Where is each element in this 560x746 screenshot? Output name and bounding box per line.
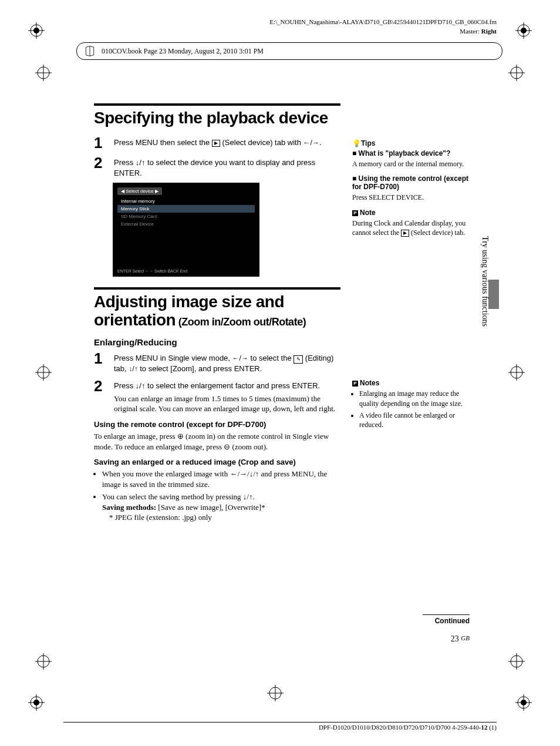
master-value: Right xyxy=(481,28,497,35)
tips-heading: 💡Tips xyxy=(352,139,470,148)
footer-rule xyxy=(63,722,497,723)
list-item: A video file cannot be enlarged or reduc… xyxy=(359,411,470,429)
step-body: Press ↓/↑ to select the device you want … xyxy=(114,155,340,178)
screenshot-row: SD Memory Card xyxy=(117,213,255,220)
screenshot-row: External Device xyxy=(117,220,255,228)
step-number: 1 xyxy=(94,135,107,150)
screenshot-row: Internal memory xyxy=(117,197,255,205)
crosshair-icon xyxy=(35,364,52,381)
screenshot-tab: ◀ Select device ▶ xyxy=(117,187,162,195)
play-icon: ▶ xyxy=(212,140,220,147)
side-column: 💡Tips What is "playback device"? A memor… xyxy=(352,103,470,525)
notes-list: Enlarging an image may reduce the qualit… xyxy=(352,389,470,429)
play-icon: ▶ xyxy=(401,230,409,237)
page-number: 23 GB xyxy=(451,634,470,644)
file-path: E:\_NOUHIN_Nagashima\-ALAYA\D710_GB\4259… xyxy=(269,18,497,26)
book-icon xyxy=(84,45,96,57)
crosshair-icon xyxy=(508,364,525,381)
screenshot-footer: ENTER Select ←→ Switch BACK End xyxy=(117,269,187,273)
tip-body: A memory card or the internal memory. xyxy=(352,159,470,169)
page-content: Try using various functions Specifying t… xyxy=(94,103,470,656)
step-item: 2 Press ↓/↑ to select the enlargement fa… xyxy=(94,378,340,414)
tip-body: Press SELECT DEVICE. xyxy=(352,193,470,202)
main-column: Specifying the playback device 1 Press M… xyxy=(94,103,340,525)
step-body: Press MENU then select the ▶ (Select dev… xyxy=(114,135,340,150)
list-item: When you move the enlarged image with ←/… xyxy=(102,469,340,489)
step-number: 2 xyxy=(94,155,107,178)
step-note: You can enlarge an image from 1.5 times … xyxy=(114,394,340,414)
notes-heading: PNotes xyxy=(352,378,470,388)
list-item: Enlarging an image may reduce the qualit… xyxy=(359,389,470,408)
remote-text: To enlarge an image, press ⊕ (zoom in) o… xyxy=(94,431,340,452)
crop-mark-icon xyxy=(515,694,532,711)
crop-mark-icon xyxy=(515,22,532,39)
tip-subhead: Using the remote control (except for DPF… xyxy=(352,174,470,191)
step-number: 1 xyxy=(94,351,107,374)
screenshot-row: Memory Stick xyxy=(117,205,255,213)
header-meta: E:\_NOUHIN_Nagashima\-ALAYA\D710_GB\4259… xyxy=(269,18,497,36)
step-item: 1 Press MENU then select the ▶ (Select d… xyxy=(94,135,340,150)
step-body: Press MENU in Single view mode, ←/→ to s… xyxy=(114,351,340,374)
crosshair-icon xyxy=(508,65,525,81)
tip-icon: 💡 xyxy=(352,139,361,147)
footnote: * JPEG file (extension: .jpg) only xyxy=(102,512,340,523)
device-screenshot: ◀ Select device ▶ Internal memory Memory… xyxy=(113,183,259,277)
editing-icon: ✎ xyxy=(294,355,303,364)
step-item: 2 Press ↓/↑ to select the device you wan… xyxy=(94,155,340,178)
step-number: 2 xyxy=(94,378,107,414)
note-heading: PNote xyxy=(352,208,470,217)
footer-doc-id: DPF-D1020/D1010/D820/D810/D720/D710/D700… xyxy=(319,724,497,731)
crosshair-icon xyxy=(35,653,52,670)
book-info-text: 010COV.book Page 23 Monday, August 2, 20… xyxy=(102,47,264,56)
book-info-banner: 010COV.book Page 23 Monday, August 2, 20… xyxy=(76,42,502,60)
crosshair-icon xyxy=(267,685,284,701)
sub-heading: Enlarging/Reducing xyxy=(94,337,340,347)
crop-mark-icon xyxy=(28,694,45,711)
save-list: When you move the enlarged image with ←/… xyxy=(94,469,340,523)
crosshair-icon xyxy=(35,65,52,81)
crosshair-icon xyxy=(508,653,525,670)
save-heading: Saving an enlarged or a reduced image (C… xyxy=(94,458,340,466)
vertical-section-label: Try using various functions xyxy=(480,236,490,327)
tip-subhead: What is "playback device"? xyxy=(352,149,470,157)
section-thumb-tab xyxy=(488,280,499,309)
list-item: You can select the saving method by pres… xyxy=(102,492,340,523)
note-body: During Clock and Calendar display, you c… xyxy=(352,219,470,237)
continued-label: Continued xyxy=(423,614,470,625)
section-title-1: Specifying the playback device xyxy=(94,103,340,127)
section-title-2: Adjusting image size and orientation (Zo… xyxy=(94,287,340,328)
remote-heading: Using the remote control (except for DPF… xyxy=(94,420,340,429)
step-body: Press ↓/↑ to select the enlargement fact… xyxy=(114,378,340,414)
master-label: Master: xyxy=(460,28,480,35)
crop-mark-icon xyxy=(28,22,45,39)
step-item: 1 Press MENU in Single view mode, ←/→ to… xyxy=(94,351,340,374)
